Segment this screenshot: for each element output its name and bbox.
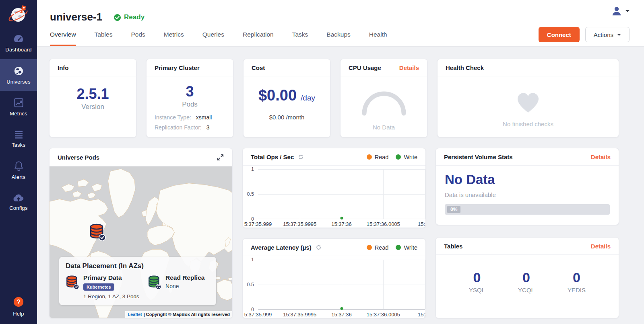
ysql-stat: 0 YSQL bbox=[469, 270, 485, 318]
pvs-message: Data is unavailable bbox=[445, 191, 610, 198]
status-text: Ready bbox=[124, 13, 144, 21]
sidebar-item-label: Metrics bbox=[10, 111, 27, 117]
total-ops-chart: 10.50 5:37:35.99915:37:35.999515:37:3615… bbox=[243, 166, 425, 228]
write-legend-dot-icon bbox=[396, 245, 401, 250]
chart-title: Average Latency (µs) bbox=[251, 244, 312, 251]
sidebar-item-label: Universes bbox=[6, 79, 31, 85]
yedis-label: YEDIS bbox=[568, 287, 586, 293]
card-title: Info bbox=[58, 64, 69, 71]
plot-area bbox=[258, 169, 425, 219]
expand-icon[interactable] bbox=[217, 154, 224, 161]
legend-read-label: Read bbox=[375, 154, 389, 160]
alerts-bell-icon bbox=[13, 160, 24, 172]
pvs-details-link[interactable]: Details bbox=[591, 154, 611, 160]
sidebar-item-alerts[interactable]: Alerts bbox=[0, 154, 37, 186]
ycql-stat: 0 YCQL bbox=[518, 270, 535, 318]
cost-card: Cost $0.00 /day $0.00 /month bbox=[243, 59, 330, 137]
tab-health[interactable]: Health bbox=[369, 23, 387, 46]
gridline-horizontal bbox=[258, 169, 425, 170]
version-value: 2.5.1 bbox=[76, 86, 109, 102]
read-replica-value: None bbox=[165, 283, 204, 289]
tab-tasks[interactable]: Tasks bbox=[292, 23, 308, 46]
tab-backups[interactable]: Backups bbox=[326, 23, 350, 46]
x-tick-label: 15:37: bbox=[418, 221, 425, 227]
tab-tables[interactable]: Tables bbox=[95, 23, 113, 46]
replication-factor-row: Replication Factor: 3 bbox=[155, 124, 225, 131]
ysql-label: YSQL bbox=[469, 287, 485, 293]
actions-button[interactable]: Actions bbox=[585, 27, 630, 42]
data-placement-panel: Data Placement (In AZs) bbox=[59, 257, 216, 305]
gridline-horizontal bbox=[258, 285, 425, 285]
universe-pods-card: Universe Pods bbox=[49, 148, 233, 318]
persistent-volume-stats-card: Persistent Volume Stats Details No Data … bbox=[436, 148, 619, 225]
pods-count-value: 3 bbox=[186, 84, 194, 100]
leaflet-link[interactable]: Leaflet bbox=[128, 312, 142, 317]
sidebar-item-label: Help bbox=[13, 311, 24, 317]
instance-type-row: Instance Type: xsmall bbox=[155, 114, 225, 121]
cost-per-day-value: $0.00 bbox=[258, 87, 297, 104]
tab-metrics[interactable]: Metrics bbox=[164, 23, 184, 46]
refresh-icon[interactable] bbox=[298, 154, 304, 160]
yugabyte-logo[interactable] bbox=[0, 1, 37, 27]
universe-title: universe-1 bbox=[50, 12, 102, 23]
sidebar-item-help[interactable]: ? Help bbox=[0, 293, 37, 319]
primary-cluster-map-marker[interactable] bbox=[89, 223, 106, 241]
tab-overview[interactable]: Overview bbox=[50, 23, 76, 46]
sidebar-item-dashboard[interactable]: Dashboard bbox=[0, 27, 37, 59]
version-label: Version bbox=[81, 103, 104, 111]
kubernetes-badge: Kubernetes bbox=[83, 283, 114, 291]
sidebar-item-label: Configs bbox=[9, 205, 27, 211]
actions-caret-icon bbox=[617, 34, 621, 36]
y-tick-label: 0.5 bbox=[247, 282, 254, 287]
ycql-label: YCQL bbox=[518, 287, 535, 293]
info-card: Info 2.5.1 Version bbox=[49, 59, 136, 137]
legend-write: Write bbox=[396, 154, 417, 160]
replication-factor-label: Replication Factor: bbox=[155, 124, 202, 131]
card-title: CPU Usage bbox=[349, 64, 381, 71]
sidebar-item-tasks[interactable]: Tasks bbox=[0, 123, 37, 154]
sidebar-item-universes[interactable]: Universes bbox=[0, 59, 37, 91]
tables-details-link[interactable]: Details bbox=[591, 243, 611, 250]
data-point-write bbox=[340, 217, 343, 219]
sidebar-item-label: Tasks bbox=[12, 142, 25, 148]
svg-text:?: ? bbox=[17, 298, 21, 305]
user-menu[interactable] bbox=[611, 6, 630, 16]
avg-latency-chart: 10.50 5:37:35.99915:37:35.999515:37:3615… bbox=[243, 256, 425, 318]
sidebar-item-configs[interactable]: Configs bbox=[0, 186, 37, 218]
ysql-count: 0 bbox=[473, 270, 481, 285]
user-avatar-icon bbox=[611, 6, 622, 16]
tab-queries[interactable]: Queries bbox=[202, 23, 224, 46]
avg-latency-chart-card: Average Latency (µs) Read Wr bbox=[242, 238, 426, 318]
refresh-icon[interactable] bbox=[316, 244, 322, 250]
gridline-vertical bbox=[425, 169, 425, 219]
tab-pods[interactable]: Pods bbox=[131, 23, 145, 46]
tasks-list-icon bbox=[13, 129, 24, 139]
data-placement-title: Data Placement (In AZs) bbox=[66, 262, 210, 270]
read-legend-dot-icon bbox=[367, 154, 372, 160]
x-tick-label: 15:37:36 bbox=[331, 312, 352, 318]
x-tick-label: 5:37:35.999 bbox=[244, 312, 272, 318]
pvs-progress-value: 0% bbox=[447, 206, 460, 213]
ycql-count: 0 bbox=[522, 270, 530, 285]
legend-write-label: Write bbox=[404, 154, 417, 160]
sidebar-item-metrics[interactable]: Metrics bbox=[0, 91, 37, 123]
health-message: No finished checks bbox=[503, 121, 553, 127]
read-legend-dot-icon bbox=[367, 245, 372, 250]
health-check-card: Health Check No finished checks bbox=[437, 59, 619, 137]
database-marker-icon bbox=[89, 223, 106, 241]
chart-legend: Read Write bbox=[367, 244, 417, 251]
tab-replication[interactable]: Replication bbox=[243, 23, 274, 46]
write-legend-dot-icon bbox=[396, 154, 401, 160]
gridline-vertical bbox=[425, 260, 425, 309]
connect-button[interactable]: Connect bbox=[539, 27, 580, 42]
plot-area bbox=[258, 260, 425, 310]
legend-read: Read bbox=[367, 244, 389, 251]
card-title: Persistent Volume Stats bbox=[444, 154, 513, 160]
cpu-no-data-text: No Data bbox=[373, 124, 395, 131]
world-map[interactable]: Data Placement (In AZs) bbox=[50, 166, 232, 318]
cpu-details-link[interactable]: Details bbox=[399, 64, 419, 71]
yedis-count: 0 bbox=[573, 270, 580, 285]
pvs-no-data-text: No Data bbox=[445, 172, 610, 187]
help-icon: ? bbox=[13, 296, 24, 309]
user-menu-caret-icon bbox=[625, 10, 630, 12]
